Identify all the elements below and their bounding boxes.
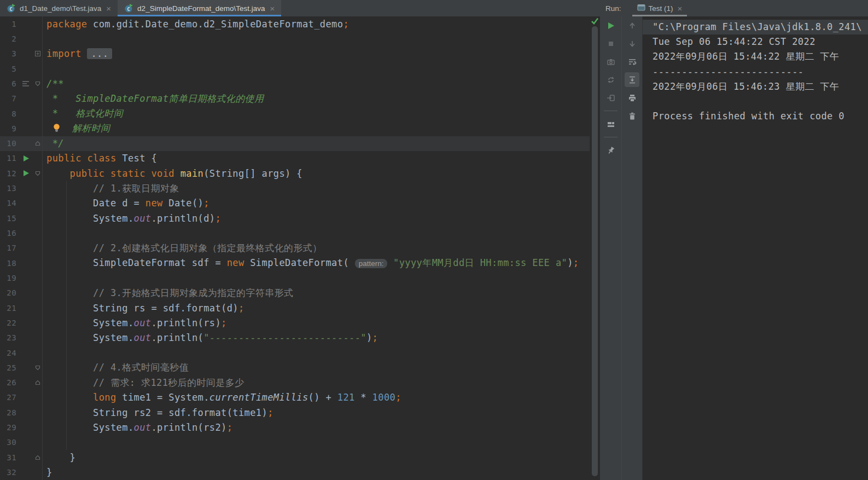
code-line[interactable]: 10 */ [0, 136, 590, 151]
code-line[interactable]: 21 String rs = sdf.format(d); [0, 300, 590, 315]
code-line[interactable]: 14 Date d = new Date(); [0, 196, 590, 211]
code-text: SimpleDateFormat sdf = new SimpleDateFor… [43, 257, 579, 269]
code-line[interactable]: 9 解析时间 [0, 121, 590, 136]
fold-column [33, 181, 43, 195]
fold-up-icon[interactable] [33, 450, 43, 465]
code-line[interactable]: 19 [0, 270, 590, 285]
code-text: package com.gdit.Date_demo.d2_SimpleDate… [43, 19, 349, 30]
fold-down-icon[interactable] [33, 166, 43, 181]
code-line[interactable]: 13 // 1.获取日期对象 [0, 181, 590, 195]
line-number: 23 [0, 333, 19, 342]
code-line[interactable]: 22 System.out.println(rs); [0, 315, 590, 330]
code-editor[interactable]: 1package com.gdit.Date_demo.d2_SimpleDat… [0, 16, 590, 480]
code-text: String rs2 = sdf.format(time1); [43, 407, 273, 418]
code-line[interactable]: 20 // 3.开始格式日期对象成为指定的字符串形式 [0, 286, 590, 300]
run-tab-test-1[interactable]: Test (1) × [632, 0, 688, 16]
pin-tab-button[interactable] [600, 141, 621, 159]
line-number: 3 [0, 49, 19, 58]
fold-column [33, 106, 43, 121]
tab-d1-date-demo[interactable]: C d1_Date_demo\Test.java × [0, 0, 118, 16]
line-number: 19 [0, 274, 19, 282]
code-line[interactable]: 27 long time1 = System.currentTimeMillis… [0, 390, 590, 405]
code-line[interactable]: 12 public static void main(String[] args… [0, 166, 590, 181]
code-line[interactable]: 7 * SimpleDateFormat简单日期格式化的使用 [0, 91, 590, 106]
thread-dump-camera-button[interactable] [600, 53, 621, 71]
line-number: 11 [0, 154, 19, 163]
code-line[interactable]: 23 System.out.println("-----------------… [0, 331, 590, 345]
code-line[interactable]: 18 SimpleDateFormat sdf = new SimpleDate… [0, 256, 590, 270]
code-line[interactable]: 3import ... [0, 47, 590, 61]
line-number: 13 [0, 184, 19, 193]
code-line[interactable]: 26 // 需求: 求121秒后的时间是多少 [0, 375, 590, 390]
fold-plus-icon[interactable] [33, 47, 43, 61]
run-arrow-icon[interactable] [19, 170, 33, 177]
fold-up-icon[interactable] [33, 136, 43, 151]
run-console[interactable]: "C:\Program Files\Java\jdk1.8.0_241\Tue … [643, 16, 868, 480]
fold-down-icon[interactable] [33, 360, 43, 375]
code-text: } [43, 452, 75, 463]
line-number: 20 [0, 288, 19, 297]
code-text: System.out.println(d); [43, 213, 221, 224]
line-number: 2 [0, 34, 19, 43]
fold-up-icon[interactable] [33, 375, 43, 390]
inspections-ok-icon[interactable] [590, 16, 599, 26]
code-line[interactable]: 6/** [0, 76, 590, 91]
svg-text:C: C [9, 6, 12, 11]
fold-column [33, 91, 43, 106]
code-line[interactable]: 32} [0, 465, 590, 479]
fold-column [33, 196, 43, 211]
arrow-into-square-button[interactable] [600, 89, 621, 107]
tab-d2-simpledateformat-demo[interactable]: C d2_SimpleDateFormat_demo\Test.java × [118, 0, 281, 16]
code-text: long time1 = System.currentTimeMillis() … [43, 392, 401, 403]
line-number: 9 [0, 124, 19, 133]
run-tab-label: Test (1) [649, 4, 673, 13]
navigate-up-button[interactable] [622, 16, 642, 34]
scroll-to-end-button[interactable] [625, 72, 639, 87]
code-text: * SimpleDateFormat简单日期格式化的使用 [43, 92, 264, 105]
line-number: 30 [0, 438, 19, 447]
close-icon[interactable]: × [678, 4, 683, 13]
code-text: * 格式化时间 [43, 107, 123, 120]
restore-layout-button[interactable] [600, 115, 621, 133]
fold-column [33, 331, 43, 345]
close-icon[interactable]: × [270, 4, 275, 13]
run-arrow-icon[interactable] [19, 155, 33, 162]
editor-tab-bar: C d1_Date_demo\Test.java × C d2_SimpleDa… [0, 0, 600, 16]
code-line[interactable]: 25 // 4.格式时间毫秒值 [0, 360, 590, 375]
code-text: } [43, 467, 53, 478]
fold-column [33, 270, 43, 285]
code-line[interactable]: 31 } [0, 450, 590, 465]
code-line[interactable]: 8 * 格式化时间 [0, 106, 590, 121]
intention-bulb-icon[interactable] [53, 123, 61, 135]
code-line[interactable]: 29 System.out.println(rs2); [0, 420, 590, 435]
console-line [653, 94, 868, 109]
code-line[interactable]: 16 [0, 225, 590, 240]
soft-wrap-button[interactable] [622, 53, 642, 71]
navigate-down-button[interactable] [622, 34, 642, 53]
rerun-button[interactable] [600, 16, 621, 34]
code-line[interactable]: 11public class Test { [0, 151, 590, 166]
code-line[interactable]: 1package com.gdit.Date_demo.d2_SimpleDat… [0, 16, 590, 31]
code-line[interactable]: 28 String rs2 = sdf.format(time1); [0, 405, 590, 420]
line-number: 32 [0, 468, 19, 477]
code-line[interactable]: 24 [0, 345, 590, 360]
rerun-failed-button[interactable] [600, 71, 621, 89]
code-line[interactable]: 30 [0, 435, 590, 450]
fold-down-icon[interactable] [33, 76, 43, 91]
close-icon[interactable]: × [106, 4, 111, 13]
print-button[interactable] [622, 89, 642, 107]
stop-button[interactable] [600, 34, 621, 53]
ide-window: C d1_Date_demo\Test.java × C d2_SimpleDa… [0, 0, 868, 480]
run-toolbar-left [600, 16, 622, 480]
clear-console-button[interactable] [622, 107, 642, 125]
scrollbar-thumb[interactable] [592, 26, 598, 476]
code-line[interactable]: 15 System.out.println(d); [0, 211, 590, 225]
code-line[interactable]: 5 [0, 61, 590, 76]
code-line[interactable]: 17 // 2.创建格式化日期对象（指定最终格式化的形式） [0, 241, 590, 256]
code-line[interactable]: 2 [0, 31, 590, 46]
code-text: // 1.获取日期对象 [43, 182, 179, 195]
line-number: 27 [0, 393, 19, 402]
line-number: 15 [0, 214, 19, 223]
gutter-lines-icon[interactable] [19, 80, 33, 88]
fold-column [33, 405, 43, 420]
